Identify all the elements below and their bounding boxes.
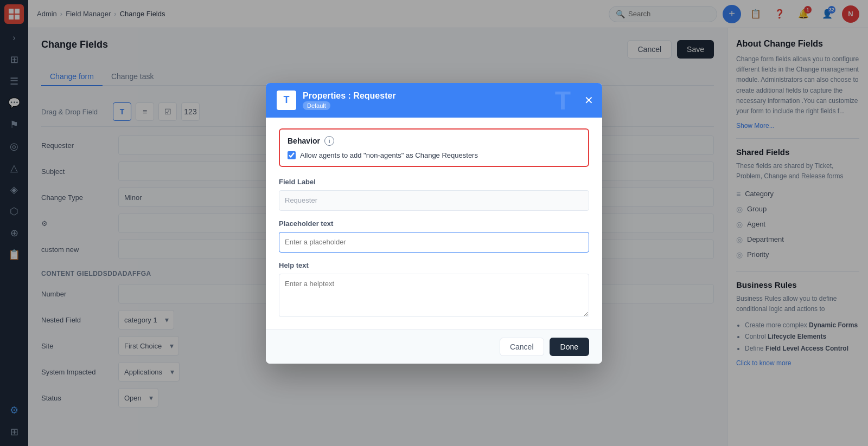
modal-header: T Properties : Requester Default T ✕ <box>266 83 602 118</box>
modal-body: Behavior i Allow agents to add "non-agen… <box>266 118 602 329</box>
modal-header-icon: T <box>277 91 296 110</box>
placeholder-title: Placeholder text <box>279 219 589 228</box>
behavior-box: Behavior i Allow agents to add "non-agen… <box>279 128 589 167</box>
modal-close-button[interactable]: ✕ <box>584 95 593 106</box>
field-label-title: Field Label <box>279 178 589 186</box>
field-label-section: Field Label <box>279 178 589 219</box>
placeholder-input[interactable] <box>279 232 589 253</box>
behavior-checkbox[interactable] <box>288 151 296 159</box>
modal-footer: Cancel Done <box>266 329 602 364</box>
modal-overlay: T Properties : Requester Default T ✕ Beh… <box>0 0 868 446</box>
modal-cancel-button[interactable]: Cancel <box>500 338 544 356</box>
behavior-info-icon[interactable]: i <box>324 136 334 146</box>
modal-title: Properties : Requester <box>303 91 396 101</box>
modal-watermark: T <box>555 85 570 115</box>
checkbox-row: Allow agents to add "non-agents" as Chan… <box>288 151 580 159</box>
modal-done-button[interactable]: Done <box>550 338 589 356</box>
helptext-textarea[interactable] <box>279 274 589 317</box>
behavior-checkbox-label: Allow agents to add "non-agents" as Chan… <box>300 151 478 159</box>
field-label-input[interactable] <box>279 190 589 211</box>
placeholder-section: Placeholder text <box>279 219 589 261</box>
behavior-title: Behavior i <box>288 136 580 146</box>
modal-badge: Default <box>303 101 330 110</box>
modal: T Properties : Requester Default T ✕ Beh… <box>266 83 602 364</box>
helptext-title: Help text <box>279 261 589 269</box>
helptext-section: Help text <box>279 261 589 319</box>
